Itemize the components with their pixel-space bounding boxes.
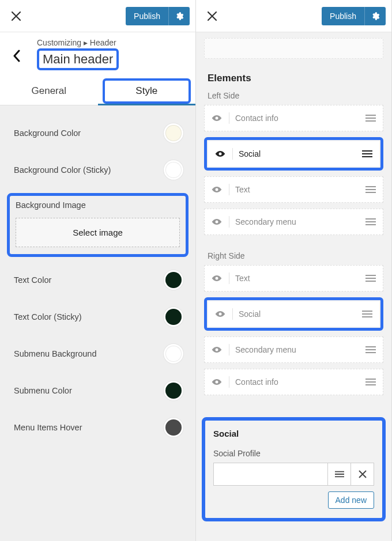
tab-general[interactable]: General (0, 77, 98, 105)
separator (229, 273, 229, 284)
drag-handle-icon[interactable] (364, 115, 377, 122)
eye-icon[interactable] (210, 346, 223, 354)
elem-text-r[interactable]: Text (204, 265, 383, 292)
label-textcolor: Text Color (14, 275, 51, 285)
gear-icon (175, 12, 184, 21)
eye-icon[interactable] (210, 114, 223, 122)
publish-settings-button-right[interactable] (364, 7, 386, 25)
tab-style-label: Style (135, 85, 157, 96)
breadcrumb-stack: Customizing ▸ Header Main header (25, 38, 187, 70)
elem-label: Secondary menu (235, 345, 359, 354)
placeholder-strip (204, 38, 383, 59)
drag-handle-icon[interactable] (364, 379, 377, 385)
swatch-submenu-bg[interactable] (165, 346, 182, 362)
social-remove-button[interactable] (351, 463, 374, 486)
row-bgcolor: Background Color (0, 115, 195, 152)
swatch-submenu-color[interactable] (165, 383, 182, 399)
drag-handle-icon[interactable] (364, 346, 377, 353)
elem-social-r-highlight: Social (204, 297, 383, 331)
tab-style[interactable]: Style (98, 77, 196, 105)
social-subtitle: Social Profile (213, 449, 374, 458)
separator (229, 184, 229, 195)
row-submenu-color: Submenu Color (0, 372, 195, 409)
swatch-bgcolor-sticky[interactable] (165, 162, 182, 178)
drag-handle-icon[interactable] (364, 218, 377, 225)
separator (229, 344, 229, 355)
drag-handle-icon[interactable] (364, 275, 377, 282)
back-button[interactable] (8, 38, 25, 62)
separator (232, 148, 233, 160)
eye-icon[interactable] (214, 310, 227, 318)
publish-settings-button[interactable] (168, 7, 190, 25)
separator (229, 376, 229, 388)
label-submenu-bg: Submenu Background (14, 349, 97, 358)
elem-social-highlight: Social (204, 137, 383, 171)
elem-social[interactable]: Social (208, 141, 379, 167)
select-image-button[interactable]: Select image (16, 218, 180, 247)
label-bgimage: Background Image (16, 200, 180, 210)
drag-handle-icon (335, 471, 344, 478)
topbar-right: Publish (196, 0, 391, 32)
swatch-textcolor-sticky[interactable] (165, 309, 182, 325)
elements-panel: Elements Left Side Contact info Social (196, 32, 391, 541)
publish-group: Publish (126, 7, 190, 25)
elem-label: Secondary menu (235, 217, 359, 226)
elem-label: Social (239, 149, 355, 158)
label-menu-hover: Menu Items Hover (14, 423, 82, 432)
drag-handle-icon[interactable] (361, 150, 374, 157)
elem-contact-info-r[interactable]: Contact info (204, 369, 383, 395)
breadcrumb-path: Customizing ▸ Header (37, 38, 187, 47)
social-title: Social (213, 429, 374, 438)
row-menu-hover: Menu Items Hover (0, 409, 195, 446)
elem-label: Text (235, 185, 359, 194)
eye-icon[interactable] (210, 274, 223, 282)
label-submenu-color: Submenu Color (14, 386, 72, 395)
separator (229, 112, 229, 124)
chevron-left-icon (13, 50, 21, 62)
close-icon (359, 470, 367, 478)
page-title-highlight: Main header (37, 48, 119, 70)
eye-icon[interactable] (210, 218, 223, 226)
swatch-textcolor[interactable] (165, 272, 182, 288)
elem-social-r[interactable]: Social (208, 301, 379, 327)
publish-button-right[interactable]: Publish (322, 7, 364, 25)
elem-contact-info[interactable]: Contact info (204, 105, 383, 131)
swatch-bgcolor[interactable] (165, 125, 182, 141)
row-submenu-bg: Submenu Background (0, 335, 195, 372)
label-textcolor-sticky: Text Color (Sticky) (14, 312, 82, 321)
elements-heading: Elements (196, 73, 391, 91)
elem-secondary-menu-r[interactable]: Secondary menu (204, 336, 383, 363)
elem-label: Contact info (235, 114, 359, 123)
elem-secondary-menu[interactable]: Secondary menu (204, 209, 383, 235)
topbar-left: Publish (0, 0, 195, 32)
right-side-heading: Right Side (196, 251, 391, 265)
gear-icon (371, 12, 380, 21)
social-block: Social Social Profile Add new (202, 417, 386, 521)
swatch-menu-hover[interactable] (165, 419, 182, 436)
social-profile-row (213, 463, 374, 486)
row-bgcolor-sticky: Background Color (Sticky) (0, 152, 195, 188)
eye-icon[interactable] (210, 186, 223, 194)
social-reorder-button[interactable] (328, 463, 351, 486)
left-side-list: Contact info Social Text (196, 105, 391, 251)
publish-button[interactable]: Publish (126, 7, 168, 25)
separator (232, 308, 233, 320)
label-bgcolor: Background Color (14, 128, 81, 138)
page-title: Main header (43, 52, 113, 67)
eye-icon[interactable] (210, 378, 223, 386)
social-profile-input[interactable] (213, 463, 328, 486)
close-button-right[interactable] (202, 6, 223, 27)
drag-handle-icon[interactable] (361, 311, 374, 317)
drag-handle-icon[interactable] (364, 186, 377, 193)
customizer-panel-right: Publish Elements Left Side Contact info … (196, 0, 392, 541)
elem-text[interactable]: Text (204, 176, 383, 203)
row-textcolor-sticky: Text Color (Sticky) (0, 298, 195, 335)
right-side-list: Text Social Secondary menu (196, 265, 391, 411)
eye-icon[interactable] (214, 150, 227, 158)
left-side-heading: Left Side (196, 91, 391, 105)
style-settings: Background Color Background Color (Stick… (0, 105, 195, 541)
customizer-panel-left: Publish Customizing ▸ Header Main header… (0, 0, 196, 541)
close-button[interactable] (6, 6, 27, 27)
add-new-button[interactable]: Add new (328, 491, 374, 509)
row-textcolor: Text Color (0, 262, 195, 298)
